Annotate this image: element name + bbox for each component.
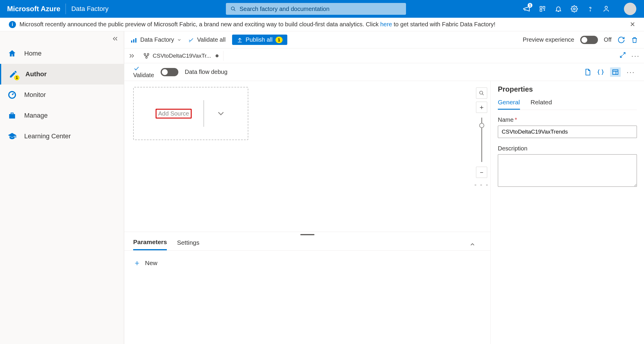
sidebar-label: Manage <box>24 112 48 119</box>
df-overflow-icon[interactable]: ··· <box>627 68 635 76</box>
preview-experience-toggle[interactable] <box>580 36 598 44</box>
properties-tab-related[interactable]: Related <box>531 99 552 110</box>
search-input[interactable] <box>239 6 401 12</box>
publish-count-badge: 1 <box>275 37 283 43</box>
banner-text-before: Microsoft recently announced the public … <box>19 21 380 27</box>
svg-point-12 <box>144 53 146 55</box>
sidebar-item-home[interactable]: Home <box>0 43 124 64</box>
tab-settings[interactable]: Settings <box>177 239 199 250</box>
chevron-down-icon[interactable] <box>216 108 226 119</box>
zoom-slider[interactable] <box>481 118 482 162</box>
sidebar-item-author[interactable]: Author 1 <box>0 64 124 85</box>
zoom-more-icon[interactable]: - - - <box>474 181 489 189</box>
banner-link[interactable]: here <box>380 21 392 27</box>
zoom-controls: ＋ － - - - <box>473 81 490 232</box>
chevron-down-icon <box>177 38 182 42</box>
sidebar-item-manage[interactable]: Manage <box>0 105 124 126</box>
name-input[interactable] <box>498 126 637 138</box>
script-icon[interactable] <box>584 69 591 76</box>
svg-point-5 <box>573 8 575 10</box>
tab-label: CSVtoDeltaC19VaxTr... <box>153 53 211 59</box>
graduation-cap-icon <box>7 132 17 141</box>
properties-panel: Properties General Related Name* Descrip… <box>490 81 644 344</box>
svg-rect-3 <box>543 7 545 8</box>
add-source-label: Add Source <box>156 109 192 119</box>
factory-switcher[interactable]: Data Factory <box>130 36 182 43</box>
tab-overflow-icon[interactable]: ··· <box>631 52 640 60</box>
svg-line-19 <box>482 94 484 95</box>
dataflow-toolbar: Validate Data flow debug ··· <box>124 63 644 81</box>
close-icon[interactable]: ✕ <box>630 21 635 28</box>
expand-tabs-icon[interactable] <box>128 53 135 59</box>
validate-button[interactable]: Validate <box>133 65 154 79</box>
validate-label: Validate <box>133 72 154 78</box>
sidebar-label: Learning Center <box>24 132 71 140</box>
help-icon[interactable] <box>586 5 594 13</box>
search-icon <box>231 6 236 12</box>
delete-icon[interactable] <box>631 36 638 43</box>
sidebar-item-monitor[interactable]: Monitor <box>0 85 124 105</box>
new-parameter-button[interactable]: ＋ New <box>133 258 157 268</box>
publish-all-label: Publish all <box>246 36 273 43</box>
notif-badge: 1 <box>528 3 532 8</box>
svg-point-18 <box>480 91 483 94</box>
svg-line-1 <box>234 9 235 11</box>
preview-experience-label: Preview experience <box>523 36 574 43</box>
required-indicator: * <box>515 116 517 123</box>
svg-point-14 <box>146 56 147 58</box>
desc-label: Description <box>498 145 637 152</box>
avatar[interactable] <box>624 3 636 15</box>
dataflow-canvas[interactable]: Add Source ＋ － <box>124 81 490 232</box>
collapse-bottom-icon[interactable] <box>469 241 482 248</box>
global-search[interactable] <box>226 3 406 15</box>
zoom-search-button[interactable] <box>476 87 487 99</box>
dataflow-debug-toggle[interactable] <box>161 68 178 76</box>
home-icon <box>7 49 17 58</box>
description-input[interactable] <box>498 154 637 187</box>
gauge-icon <box>7 90 17 99</box>
name-label-text: Name <box>498 116 513 123</box>
expand-pane-icon[interactable] <box>619 52 626 60</box>
brand-text: Microsoft Azure <box>7 5 60 13</box>
properties-tab-general[interactable]: General <box>498 99 520 110</box>
collapse-nav-icon[interactable] <box>112 35 118 42</box>
validate-all-button[interactable]: Validate all <box>188 36 225 43</box>
add-source-node[interactable]: Add Source <box>133 87 248 140</box>
tab-parameters[interactable]: Parameters <box>133 238 167 250</box>
zoom-handle[interactable] <box>479 123 484 128</box>
code-icon[interactable] <box>597 69 604 76</box>
bell-icon[interactable] <box>554 5 563 13</box>
open-tab[interactable]: CSVtoDeltaC19VaxTr... <box>138 51 224 61</box>
properties-title: Properties <box>498 85 637 93</box>
bottom-tabs: Parameters Settings <box>124 237 490 251</box>
feedback-icon[interactable] <box>602 5 610 13</box>
left-nav: Home Author 1 Monitor Manage Learn <box>0 31 124 344</box>
sidebar-label: Author <box>25 70 47 78</box>
unsaved-indicator <box>216 54 219 57</box>
svg-rect-9 <box>131 40 132 43</box>
header-icons: 1 <box>522 3 644 15</box>
zoom-in-button[interactable]: ＋ <box>476 102 487 113</box>
info-icon: i <box>9 21 16 28</box>
sidebar-item-learning[interactable]: Learning Center <box>0 126 124 147</box>
properties-toggle-icon[interactable] <box>610 67 621 77</box>
zoom-out-button[interactable]: － <box>476 167 487 178</box>
divider <box>203 100 204 127</box>
workspace: Add Source ＋ － <box>124 81 644 344</box>
brand-block: Microsoft Azure Data Factory <box>0 0 115 18</box>
preview-state: Off <box>604 36 612 43</box>
banner-text-after: to get started with Fabric Data Factory! <box>394 21 495 27</box>
splitter-handle[interactable] <box>124 232 490 237</box>
name-label: Name* <box>498 116 637 123</box>
sidebar-label: Monitor <box>24 91 46 99</box>
svg-point-0 <box>231 7 234 10</box>
service-text: Data Factory <box>71 5 108 13</box>
refresh-icon[interactable] <box>617 36 625 44</box>
gear-icon[interactable] <box>570 5 578 13</box>
announcements-icon[interactable]: 1 <box>522 5 531 13</box>
directory-icon[interactable] <box>538 5 547 13</box>
svg-rect-11 <box>135 38 136 43</box>
publish-all-button[interactable]: Publish all 1 <box>232 35 287 45</box>
author-badge: 1 <box>14 75 19 80</box>
publish-icon <box>237 37 243 43</box>
